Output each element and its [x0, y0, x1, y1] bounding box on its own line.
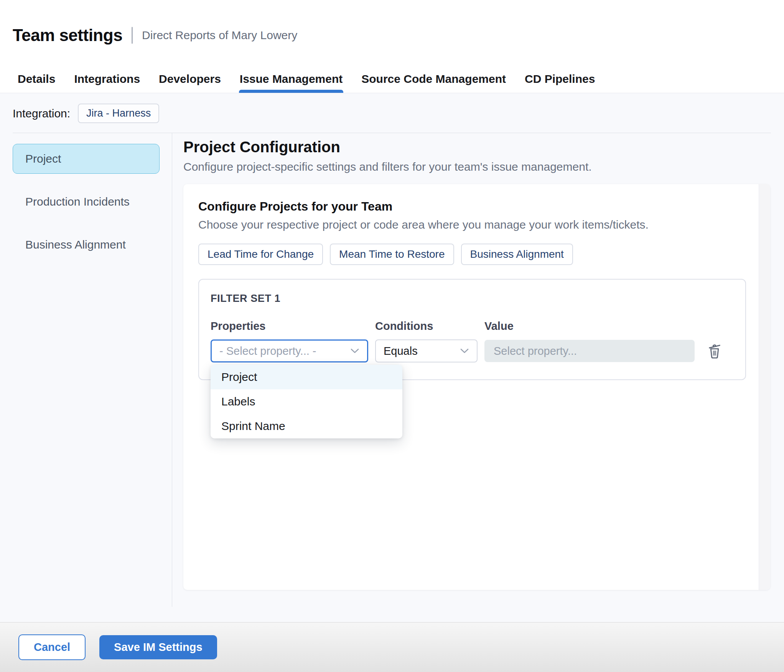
- property-dropdown-menu: Project Labels Sprint Name: [211, 365, 402, 438]
- condition-select[interactable]: Equals: [375, 339, 478, 362]
- filter-controls-row: - Select property... - Equals: [211, 339, 734, 362]
- metric-chip-row: Lead Time for Change Mean Time to Restor…: [198, 244, 734, 265]
- trash-icon: [706, 342, 723, 361]
- condition-select-value: Equals: [384, 345, 418, 357]
- project-config-card: Configure Projects for your Team Choose …: [183, 184, 770, 590]
- chevron-down-icon: [350, 348, 359, 354]
- dropdown-option-labels[interactable]: Labels: [211, 389, 402, 414]
- page-header: Team settings Direct Reports of Mary Low…: [0, 0, 784, 65]
- page-subtitle: Direct Reports of Mary Lowery: [142, 29, 297, 42]
- tab-integrations[interactable]: Integrations: [74, 65, 140, 93]
- chip-lead-time-for-change[interactable]: Lead Time for Change: [198, 244, 323, 265]
- settings-body: Project Production Incidents Business Al…: [0, 133, 784, 622]
- tab-cd-pipelines[interactable]: CD Pipelines: [525, 65, 595, 93]
- main-panel: Project Configuration Configure project-…: [172, 133, 784, 622]
- chevron-down-icon: [460, 348, 469, 354]
- settings-sidebar: Project Production Incidents Business Al…: [0, 133, 172, 607]
- footer-action-bar: Cancel Save IM Settings: [0, 622, 784, 672]
- content-area: Integration: Jira - Harness Project Prod…: [0, 93, 784, 622]
- chip-mean-time-to-restore[interactable]: Mean Time to Restore: [330, 244, 454, 265]
- card-subtitle: Choose your respective project or code a…: [198, 218, 734, 231]
- sidebar-item-production-incidents[interactable]: Production Incidents: [13, 187, 160, 217]
- scrollbar[interactable]: [759, 184, 770, 590]
- integration-row: Integration: Jira - Harness: [0, 93, 784, 133]
- card-title: Configure Projects for your Team: [198, 199, 734, 214]
- dropdown-option-sprint-name[interactable]: Sprint Name: [211, 414, 402, 438]
- filter-column-labels: Properties Conditions Value: [211, 320, 734, 333]
- tab-developers[interactable]: Developers: [159, 65, 221, 93]
- delete-filter-button[interactable]: [705, 341, 725, 361]
- property-select[interactable]: - Select property... -: [211, 339, 368, 362]
- chip-business-alignment[interactable]: Business Alignment: [461, 244, 573, 265]
- dropdown-option-project[interactable]: Project: [211, 365, 402, 389]
- team-settings-page: Team settings Direct Reports of Mary Low…: [0, 0, 784, 672]
- filter-set-title: FILTER SET 1: [211, 293, 734, 305]
- page-title: Team settings: [13, 26, 122, 45]
- save-im-settings-button[interactable]: Save IM Settings: [99, 635, 217, 659]
- section-title: Project Configuration: [183, 138, 770, 156]
- tab-source-code-management[interactable]: Source Code Management: [361, 65, 506, 93]
- filter-set-1: FILTER SET 1 Properties Conditions Value…: [198, 279, 746, 380]
- property-select-placeholder: - Select property... -: [219, 345, 316, 357]
- cancel-button[interactable]: Cancel: [18, 634, 86, 660]
- integration-label: Integration:: [13, 107, 70, 120]
- section-subtitle: Configure project-specific settings and …: [183, 160, 770, 173]
- title-separator: [132, 27, 133, 44]
- integration-chip[interactable]: Jira - Harness: [78, 104, 159, 123]
- tab-issue-management[interactable]: Issue Management: [240, 65, 343, 93]
- column-label-properties: Properties: [211, 320, 368, 333]
- sidebar-item-business-alignment[interactable]: Business Alignment: [13, 230, 160, 260]
- column-label-value: Value: [484, 320, 695, 333]
- tab-details[interactable]: Details: [18, 65, 55, 93]
- sidebar-item-project[interactable]: Project: [13, 144, 160, 174]
- column-label-conditions: Conditions: [375, 320, 478, 333]
- tab-bar: Details Integrations Developers Issue Ma…: [0, 65, 784, 93]
- value-input[interactable]: [484, 340, 695, 362]
